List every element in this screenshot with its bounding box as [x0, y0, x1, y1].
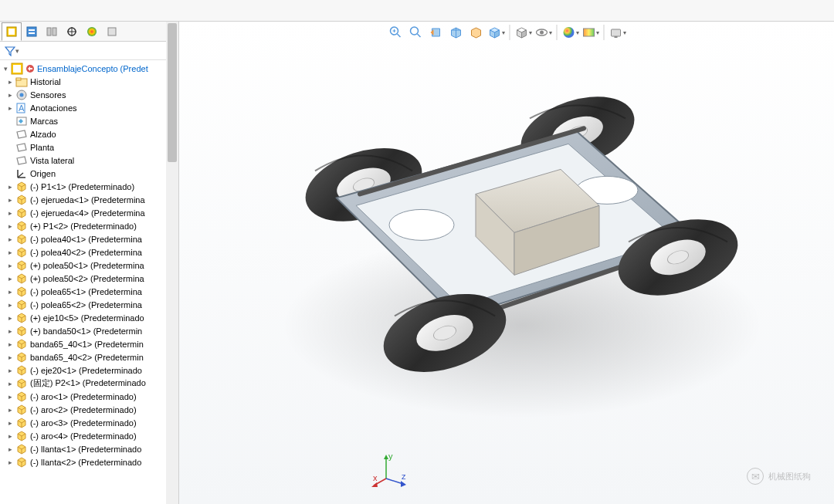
- expander-icon[interactable]: ▸: [6, 432, 14, 440]
- section-view-icon[interactable]: [447, 23, 466, 42]
- display-style-icon[interactable]: ▾: [514, 23, 533, 42]
- tree-item[interactable]: ▸(-) llanta<1> (Predeterminado: [0, 442, 178, 455]
- part-icon: [15, 207, 28, 219]
- svg-rect-2: [27, 27, 36, 36]
- tree-item-label: (-) llanta<2> (Predeterminado: [30, 458, 141, 467]
- expander-icon[interactable]: ▸: [6, 183, 14, 191]
- tree-scrollbar[interactable]: [166, 60, 178, 504]
- hide-show-icon[interactable]: ▾: [534, 23, 553, 42]
- svg-text:z: z: [402, 472, 406, 481]
- tree-item[interactable]: Marcas: [0, 114, 178, 127]
- view-settings-icon[interactable]: ▾: [609, 23, 627, 42]
- tree-item[interactable]: ▸(+) eje10<5> (Predeterminado: [0, 311, 178, 324]
- tree-item[interactable]: ▸banda65_40<2> (Predetermin: [0, 350, 178, 364]
- tree-item[interactable]: ▸(-) polea65<1> (Predetermina: [0, 285, 178, 298]
- tree-item-label: (-) aro<2> (Predeterminado): [30, 405, 137, 414]
- svg-rect-5: [47, 28, 51, 36]
- apply-scene-icon[interactable]: ▾: [581, 23, 600, 42]
- tree-item[interactable]: ▸(-) polea40<1> (Predetermina: [0, 232, 178, 245]
- tree-item[interactable]: ▸(-) aro<2> (Predeterminado): [0, 403, 178, 416]
- previous-view-icon[interactable]: [427, 23, 446, 42]
- expander-icon[interactable]: ▸: [6, 458, 14, 466]
- tree-item[interactable]: ▸banda65_40<1> (Predetermin: [0, 337, 178, 350]
- expander-icon[interactable]: ▸: [6, 196, 14, 204]
- tree-item[interactable]: ▸Sensores: [0, 88, 178, 101]
- tree-item[interactable]: ▸(固定) P2<1> (Predeterminado: [0, 377, 178, 390]
- expander-icon[interactable]: ▸: [6, 78, 14, 86]
- origin-icon: [15, 167, 28, 180]
- tree-item[interactable]: ▸(-) aro<4> (Predeterminado): [0, 429, 178, 442]
- expander-icon[interactable]: [6, 157, 14, 164]
- tab-dimxpert[interactable]: [62, 22, 82, 41]
- tree-item[interactable]: ▸(-) aro<1> (Predeterminado): [0, 390, 178, 403]
- zoom-area-icon[interactable]: [407, 23, 425, 42]
- tree-item[interactable]: ▸(+) banda50<1> (Predetermin: [0, 324, 178, 337]
- tree-item[interactable]: ▸(-) ejerueda<4> (Predetermina: [0, 206, 178, 219]
- expander-icon[interactable]: ▸: [6, 222, 14, 230]
- svg-rect-3: [29, 29, 35, 31]
- expander-icon[interactable]: ▸: [6, 275, 14, 282]
- expander-icon[interactable]: ▸: [6, 340, 14, 348]
- view-orientation-icon[interactable]: ▾: [487, 23, 506, 42]
- expander-icon[interactable]: ▸: [6, 406, 14, 414]
- tree-item[interactable]: ▸(+) polea50<1> (Predetermina: [0, 259, 178, 272]
- expander-icon[interactable]: ▸: [6, 445, 14, 453]
- tree-item[interactable]: ▸AAnotaciones: [0, 101, 178, 114]
- tree-item[interactable]: ▸(-) aro<3> (Predeterminado): [0, 416, 178, 429]
- tree-item[interactable]: Origen: [0, 167, 178, 180]
- expander-icon[interactable]: [6, 170, 14, 178]
- tree-item[interactable]: Alzado: [0, 127, 178, 140]
- tree-item[interactable]: ▸(-) eje20<1> (Predeterminado: [0, 364, 178, 377]
- scroll-thumb[interactable]: [168, 60, 177, 162]
- tree-item[interactable]: ▸(-) llanta<2> (Predeterminado: [0, 455, 178, 468]
- expander-icon[interactable]: ▸: [6, 367, 14, 374]
- zoom-fit-icon[interactable]: [387, 23, 405, 42]
- tree-item[interactable]: Vista lateral: [0, 154, 178, 167]
- expander-icon[interactable]: ▸: [6, 314, 14, 322]
- filter-dropdown-icon[interactable]: ▾: [15, 47, 19, 55]
- tab-configuration-manager[interactable]: [42, 22, 62, 41]
- expander-icon[interactable]: ▸: [6, 262, 14, 269]
- expander-icon[interactable]: ▸: [6, 301, 14, 309]
- expander-icon[interactable]: ▸: [6, 91, 14, 99]
- tab-display-manager[interactable]: [82, 22, 102, 41]
- part-icon: [15, 325, 28, 337]
- tree-item[interactable]: ▸(+) polea50<2> (Predetermina: [0, 272, 178, 285]
- expander-icon[interactable]: [6, 117, 14, 125]
- tree-root[interactable]: ▾ EnsamblajeConcepto (Predet: [0, 62, 178, 75]
- expander-icon[interactable]: [6, 130, 14, 138]
- expander-icon[interactable]: ▸: [6, 393, 14, 401]
- expander-icon[interactable]: ▸: [6, 353, 14, 361]
- expander-icon[interactable]: ▸: [6, 288, 14, 296]
- expander-icon[interactable]: ▸: [6, 104, 14, 112]
- tab-feature-tree[interactable]: [2, 22, 22, 41]
- expander-icon[interactable]: [6, 144, 14, 151]
- expander-icon[interactable]: ▸: [6, 419, 14, 427]
- tree-item[interactable]: Planta: [0, 140, 178, 154]
- tree-item[interactable]: ▸(+) P1<2> (Predeterminado): [0, 219, 178, 232]
- edit-appearance-icon[interactable]: ▾: [561, 23, 580, 42]
- tree-item[interactable]: ▸(-) P1<1> (Predeterminado): [0, 180, 178, 193]
- feature-tree[interactable]: ▾ EnsamblajeConcepto (Predet ▸Historial▸…: [0, 60, 178, 504]
- tree-item-label: (-) polea40<1> (Predetermina: [30, 235, 142, 244]
- expander-icon[interactable]: ▸: [6, 249, 14, 256]
- svg-rect-13: [13, 65, 21, 73]
- coordinate-triad[interactable]: y x z: [371, 452, 409, 490]
- tab-extra[interactable]: [102, 22, 122, 41]
- dynamic-annotation-icon[interactable]: [467, 23, 486, 42]
- expander-icon[interactable]: ▸: [6, 327, 14, 335]
- tree-item[interactable]: ▸(-) polea65<2> (Predetermina: [0, 298, 178, 311]
- tree-item[interactable]: ▸Historial: [0, 75, 178, 88]
- tree-item-label: Planta: [30, 143, 54, 152]
- tree-item-label: (-) ejerueda<4> (Predetermina: [30, 208, 145, 218]
- expander-icon[interactable]: ▸: [6, 235, 14, 243]
- expander-icon[interactable]: ▸: [6, 209, 14, 217]
- svg-text:x: x: [373, 473, 378, 482]
- svg-rect-34: [615, 36, 618, 38]
- expander-icon[interactable]: ▾: [2, 65, 9, 73]
- graphics-viewport[interactable]: ▾ ▾ ▾ ▾ ▾ ▾: [179, 22, 834, 504]
- tab-property-manager[interactable]: [22, 22, 42, 41]
- expander-icon[interactable]: ▸: [6, 380, 14, 387]
- tree-item[interactable]: ▸(-) polea40<2> (Predetermina: [0, 245, 178, 259]
- tree-item[interactable]: ▸(-) ejerueda<1> (Predetermina: [0, 193, 178, 206]
